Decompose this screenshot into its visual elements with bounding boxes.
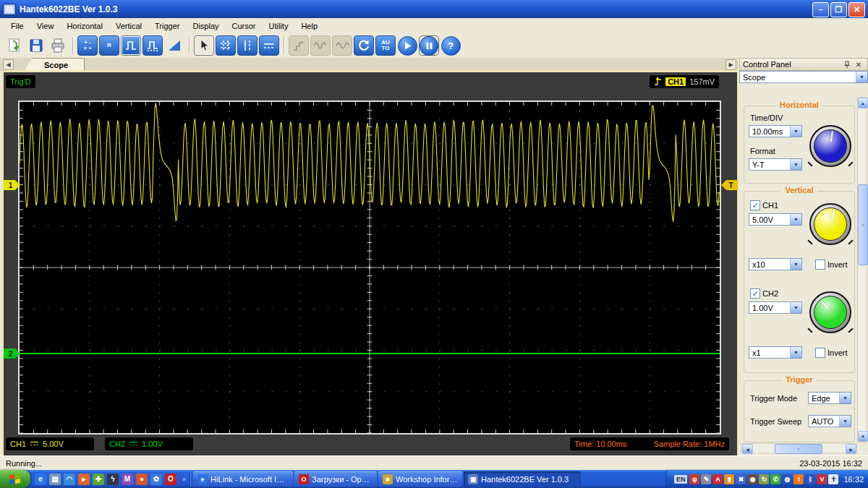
ch2-enable-checkbox[interactable]: ✓ xyxy=(750,288,760,299)
chevron-down-icon[interactable]: ▼ xyxy=(839,393,851,403)
scroll-up-icon[interactable]: ▲ xyxy=(858,98,868,108)
chevron-down-icon[interactable]: ▼ xyxy=(790,159,801,170)
format-dropdown[interactable]: Y-T▼ xyxy=(749,158,802,171)
chevron-down-icon[interactable]: ▼ xyxy=(790,347,801,358)
pause-button[interactable] xyxy=(419,35,439,56)
chevron-down-icon[interactable]: ▼ xyxy=(790,259,801,270)
grid-button[interactable] xyxy=(216,35,236,56)
task-ie[interactable]: eHiLink - Microsoft Inter... xyxy=(193,471,293,487)
open-button[interactable] xyxy=(4,35,25,56)
chevron-down-icon[interactable]: ▼ xyxy=(856,72,867,82)
ramp-button[interactable] xyxy=(164,35,184,56)
autoset-button[interactable]: AU TO xyxy=(375,35,396,56)
print-button[interactable] xyxy=(48,35,68,56)
chevron-down-icon[interactable]: ▼ xyxy=(790,302,801,313)
chevron-down-icon[interactable]: ▼ xyxy=(790,214,801,225)
refresh-button[interactable] xyxy=(354,35,374,56)
reference-button[interactable]: R xyxy=(99,35,119,56)
chevron-down-icon[interactable]: ▼ xyxy=(790,126,801,137)
scroll-left-icon[interactable]: ◀ xyxy=(742,444,753,454)
cursor-button[interactable] xyxy=(194,35,214,56)
mail-icon[interactable]: M xyxy=(122,474,133,485)
square-wave-button[interactable] xyxy=(121,35,141,56)
chevron-down-icon[interactable]: ▼ xyxy=(839,416,851,427)
horizontal-knob[interactable] xyxy=(809,125,851,167)
warning-a-icon[interactable]: A xyxy=(712,474,723,484)
panel-selector-dropdown[interactable]: Scope▼ xyxy=(739,71,868,83)
task-opera[interactable]: OЗагрузки - Opera xyxy=(294,471,377,487)
bluetooth-icon[interactable]: ᛒ xyxy=(805,474,815,484)
firefox-icon[interactable]: ● xyxy=(136,474,148,485)
menu-display[interactable]: Display xyxy=(186,20,225,32)
task-workshop[interactable]: ★Workshop Information... xyxy=(378,471,462,487)
format-label: Format xyxy=(750,147,775,155)
shield-icon[interactable]: ✚ xyxy=(93,474,104,485)
start-button[interactable] xyxy=(397,35,417,56)
opera-icon[interactable]: O xyxy=(165,474,176,485)
menu-cursor[interactable]: Cursor xyxy=(226,20,263,32)
minimize-button[interactable]: – xyxy=(812,2,829,17)
notepad-icon[interactable]: ▤ xyxy=(49,474,61,485)
media-player-icon[interactable]: ▸ xyxy=(78,474,90,485)
antenna-icon[interactable]: ψ xyxy=(689,474,699,484)
ch1-position-knob[interactable] xyxy=(809,203,851,245)
cross-icon[interactable]: ✝ xyxy=(828,474,838,484)
math-button[interactable]: + - × ÷ xyxy=(77,35,98,56)
pin-icon[interactable] xyxy=(841,59,853,70)
alert-icon[interactable]: ! xyxy=(793,474,804,484)
timediv-dropdown[interactable]: 10.00ms▼ xyxy=(749,125,802,137)
print-icon xyxy=(50,38,66,53)
antivirus-icon[interactable]: V xyxy=(817,474,827,484)
help-button[interactable]: ? xyxy=(441,35,461,56)
vertical-cursors-button[interactable] xyxy=(237,35,258,56)
stylus-icon[interactable]: ✎ xyxy=(701,474,711,484)
menu-vertical[interactable]: Vertical xyxy=(109,20,148,32)
start-button[interactable] xyxy=(0,470,30,488)
trigger-mode-dropdown[interactable]: Edge▼ xyxy=(808,392,851,404)
tab-scroll-right-icon[interactable]: ▶ xyxy=(726,59,736,70)
scroll-down-icon[interactable]: ▼ xyxy=(858,431,868,442)
vertical-scroll-thumb[interactable]: ≡ xyxy=(858,184,868,265)
ch2-volts-dropdown[interactable]: 1.00V▼ xyxy=(749,301,802,314)
menu-trigger[interactable]: Trigger xyxy=(148,20,186,32)
ch1-probe-dropdown[interactable]: x10▼ xyxy=(749,258,802,270)
ch1-enable-checkbox[interactable]: ✓ xyxy=(750,200,760,210)
menu-horizontal[interactable]: Horizontal xyxy=(60,20,109,32)
save-button[interactable] xyxy=(26,35,46,56)
ie-icon[interactable]: e xyxy=(35,474,46,485)
control-panel-close-icon[interactable]: ✕ xyxy=(853,59,864,70)
menu-utility[interactable]: Utility xyxy=(263,20,295,32)
camera-icon[interactable]: ◉ xyxy=(747,474,757,484)
messenger-icon[interactable]: ✿ xyxy=(150,474,162,485)
horizontal-scrollbar[interactable]: ◀ ≡ ▶ xyxy=(741,443,857,453)
explorer-icon[interactable]: ◠ xyxy=(64,474,75,485)
horizontal-cursors-button[interactable] xyxy=(259,35,279,56)
ch2-position-knob[interactable] xyxy=(809,291,851,333)
restore-button[interactable]: ❐ xyxy=(830,2,847,17)
display-x-icon[interactable]: ✖ xyxy=(736,474,746,484)
language-indicator[interactable]: EN xyxy=(674,475,688,484)
close-button[interactable]: ✕ xyxy=(848,2,865,17)
menu-view[interactable]: View xyxy=(30,20,61,32)
tab-scroll-left-icon[interactable]: ◀ xyxy=(3,59,14,70)
ch1-invert-checkbox[interactable] xyxy=(815,260,825,270)
quick-launch-overflow-icon[interactable]: » xyxy=(181,476,187,483)
horizontal-scroll-thumb[interactable]: ≡ xyxy=(775,444,822,454)
ch2-invert-checkbox[interactable] xyxy=(815,348,825,358)
task-monitor[interactable]: ▣Hantek6022BE Ver 1.0.3 xyxy=(464,471,581,487)
shield-blue-icon[interactable]: ◍ xyxy=(782,474,792,484)
scroll-right-icon[interactable]: ▶ xyxy=(846,444,856,454)
battery-icon[interactable]: ▮ xyxy=(724,474,734,484)
sync-icon[interactable]: ↻ xyxy=(759,474,769,484)
ch2-probe-dropdown[interactable]: x1▼ xyxy=(749,346,802,359)
lightning-icon[interactable]: ϟ xyxy=(107,474,119,485)
vertical-scrollbar[interactable]: ▲ ≡ ▼ xyxy=(857,97,867,442)
square-wave-dotted-button[interactable] xyxy=(142,35,163,56)
menu-help[interactable]: Help xyxy=(294,20,324,32)
ch1-volts-dropdown[interactable]: 5.00V▼ xyxy=(749,213,802,226)
phone-icon[interactable]: ✆ xyxy=(770,474,780,484)
tab-scope[interactable]: Scope xyxy=(25,58,85,71)
menu-file[interactable]: File xyxy=(4,20,30,32)
ramp-icon xyxy=(166,38,182,53)
trigger-sweep-dropdown[interactable]: AUTO▼ xyxy=(808,415,851,427)
